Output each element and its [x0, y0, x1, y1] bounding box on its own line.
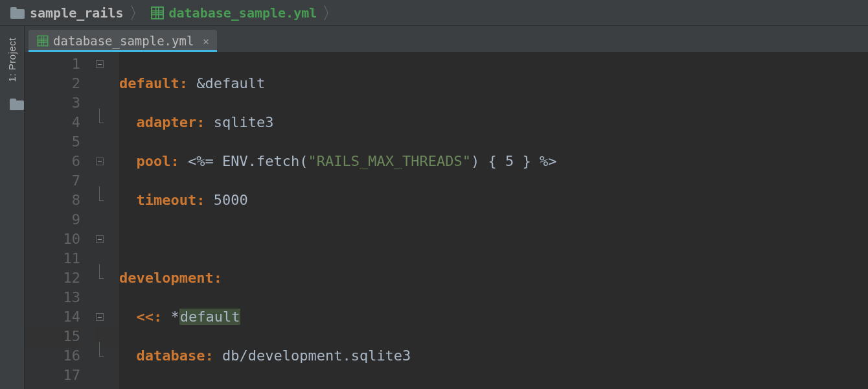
line-number: 7: [25, 171, 80, 191]
tab-label: database_sample.yml: [53, 34, 194, 48]
breadcrumb-file-label: database_sample.yml: [169, 5, 317, 21]
breadcrumb-separator: 〉: [321, 5, 340, 21]
line-number: 17: [25, 366, 80, 385]
line-number: 10: [25, 230, 80, 249]
line-number: 16: [25, 346, 80, 366]
editor-tabs: database_sample.yml ✕: [25, 26, 868, 52]
line-number: 15: [25, 327, 80, 346]
line-number: 3: [25, 93, 80, 113]
line-number: 11: [25, 249, 80, 268]
breadcrumb-separator: 〉: [128, 5, 147, 21]
line-number: 12: [25, 268, 80, 288]
fold-end-icon: [96, 274, 104, 282]
breadcrumb-root[interactable]: sample_rails: [6, 5, 128, 21]
table-icon: [151, 6, 164, 19]
fold-toggle-icon[interactable]: [96, 60, 104, 68]
fold-toggle-icon[interactable]: [96, 158, 104, 165]
fold-end-icon: [96, 119, 104, 126]
line-number: 5: [25, 132, 80, 152]
breadcrumb-file[interactable]: database_sample.yml: [147, 5, 321, 21]
tab-database-sample[interactable]: database_sample.yml ✕: [29, 30, 217, 52]
tool-window-bar: 1: Project: [0, 26, 25, 389]
code-content[interactable]: default: &default adapter: sqlite3 pool:…: [119, 52, 868, 389]
line-number: 9: [25, 210, 80, 230]
line-number: 2: [25, 74, 80, 93]
fold-toggle-icon[interactable]: [96, 235, 104, 243]
table-icon: [38, 36, 49, 47]
fold-end-icon: [96, 196, 104, 204]
code-editor[interactable]: 1 2 3 4 5 6 7 8 9 10 11 12 13 14 15 16 1…: [25, 52, 868, 389]
breadcrumb-root-label: sample_rails: [30, 5, 124, 21]
line-number: 8: [25, 191, 80, 210]
line-number: 14: [25, 307, 80, 327]
line-number: 4: [25, 113, 80, 132]
breadcrumb: sample_rails 〉 database_sample.yml 〉: [0, 0, 868, 26]
fold-end-icon: [96, 352, 104, 360]
line-number: 13: [25, 288, 80, 307]
line-number: 6: [25, 152, 80, 171]
line-number-gutter: 1 2 3 4 5 6 7 8 9 10 11 12 13 14 15 16 1…: [25, 52, 96, 389]
close-icon[interactable]: ✕: [203, 35, 209, 47]
fold-toggle-icon[interactable]: [96, 313, 104, 321]
project-tool-button[interactable]: 1: Project: [6, 34, 17, 86]
line-number: 1: [25, 54, 80, 74]
fold-gutter: [96, 52, 119, 389]
folder-icon: [10, 7, 25, 19]
project-icon[interactable]: [10, 99, 15, 111]
